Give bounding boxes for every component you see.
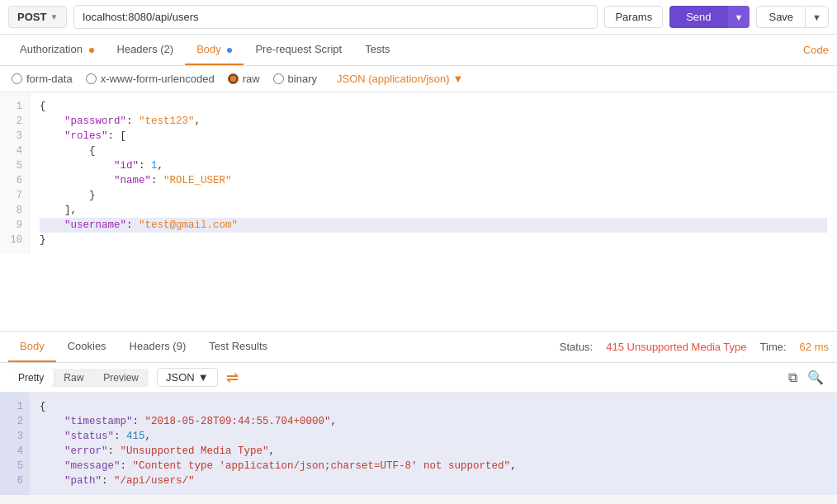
time-value: 62 ms bbox=[800, 341, 829, 353]
tab-tests[interactable]: Tests bbox=[353, 35, 401, 65]
response-line-numbers: 123456 bbox=[0, 393, 30, 495]
body-options: form-data x-www-form-urlencoded raw bina… bbox=[0, 66, 837, 92]
send-button[interactable]: Send bbox=[669, 6, 727, 28]
request-editor: 12345 678910 { "password": "test123", "r… bbox=[0, 92, 837, 332]
format-tabs: Pretty Raw Preview bbox=[8, 369, 149, 387]
tab-authorization-label: Authorization bbox=[20, 43, 83, 55]
authorization-dot bbox=[89, 48, 94, 53]
send-chevron-icon[interactable]: ▼ bbox=[728, 6, 750, 28]
tab-body[interactable]: Body bbox=[185, 35, 244, 65]
resp-tab-headers[interactable]: Headers (9) bbox=[118, 332, 198, 362]
time-label: Time: bbox=[760, 341, 787, 353]
tab-authorization[interactable]: Authorization bbox=[8, 35, 106, 65]
save-btn-group: Save ▼ bbox=[756, 6, 829, 28]
resp-tab-test-results-label: Test Results bbox=[209, 340, 267, 352]
resp-tab-body-label: Body bbox=[20, 340, 45, 352]
response-code-lines: { "timestamp": "2018-05-28T09:44:55.704+… bbox=[30, 393, 837, 495]
resp-tab-cookies-label: Cookies bbox=[68, 340, 106, 352]
params-button[interactable]: Params bbox=[604, 6, 663, 28]
save-chevron-icon[interactable]: ▼ bbox=[805, 6, 829, 28]
search-icon[interactable]: 🔍 bbox=[802, 368, 829, 387]
tab-prerequest-label: Pre-request Script bbox=[255, 43, 342, 55]
save-button[interactable]: Save bbox=[756, 6, 805, 28]
json-format-select[interactable]: JSON (application/json) ▼ bbox=[337, 73, 463, 85]
binary-label: binary bbox=[288, 73, 317, 85]
tab-headers-label: Headers (2) bbox=[117, 43, 174, 55]
status-label: Status: bbox=[560, 341, 593, 353]
json-resp-chevron-icon: ▼ bbox=[198, 371, 209, 384]
response-tabs: Body Cookies Headers (9) Test Results St… bbox=[0, 332, 837, 363]
status-value: 415 Unsupported Media Type bbox=[606, 341, 746, 353]
resp-tab-body[interactable]: Body bbox=[8, 332, 56, 362]
resp-tab-headers-label: Headers (9) bbox=[130, 340, 187, 352]
form-data-option[interactable]: form-data bbox=[12, 73, 73, 85]
request-tabs: Authorization Headers (2) Body Pre-reque… bbox=[0, 35, 837, 66]
json-format-chevron-icon: ▼ bbox=[453, 73, 464, 85]
tab-prerequest[interactable]: Pre-request Script bbox=[244, 35, 353, 65]
raw-option[interactable]: raw bbox=[228, 73, 260, 85]
resp-tab-cookies[interactable]: Cookies bbox=[56, 332, 118, 362]
resp-tab-test-results[interactable]: Test Results bbox=[197, 332, 279, 362]
response-toolbar: Pretty Raw Preview JSON ▼ ⇌ ⧉ 🔍 bbox=[0, 363, 837, 393]
tab-tests-label: Tests bbox=[365, 43, 390, 55]
format-preview[interactable]: Preview bbox=[93, 369, 149, 387]
method-chevron-icon: ▼ bbox=[50, 12, 58, 21]
urlencoded-option[interactable]: x-www-form-urlencoded bbox=[86, 73, 215, 85]
status-area: Status: 415 Unsupported Media Type Time:… bbox=[560, 341, 829, 353]
wrap-icon[interactable]: ⇌ bbox=[226, 369, 239, 387]
request-code-lines[interactable]: { "password": "test123", "roles": [ { "i… bbox=[30, 92, 837, 254]
code-link[interactable]: Code bbox=[803, 44, 829, 56]
tab-body-label: Body bbox=[196, 43, 221, 55]
response-section: Body Cookies Headers (9) Test Results St… bbox=[0, 332, 837, 495]
json-format-label: JSON (application/json) bbox=[337, 73, 450, 85]
json-resp-select[interactable]: JSON ▼ bbox=[157, 368, 218, 387]
raw-label: raw bbox=[243, 73, 260, 85]
url-input[interactable] bbox=[73, 5, 598, 29]
tab-headers[interactable]: Headers (2) bbox=[106, 35, 186, 65]
response-body: 123456 { "timestamp": "2018-05-28T09:44:… bbox=[0, 393, 837, 495]
copy-icon[interactable]: ⧉ bbox=[783, 369, 802, 387]
format-raw[interactable]: Raw bbox=[54, 369, 93, 387]
send-btn-group: Send ▼ bbox=[669, 6, 750, 28]
method-select[interactable]: POST ▼ bbox=[8, 6, 67, 28]
body-dot bbox=[227, 48, 232, 53]
form-data-label: form-data bbox=[26, 73, 73, 85]
urlencoded-label: x-www-form-urlencoded bbox=[101, 73, 215, 85]
top-bar: POST ▼ Params Send ▼ Save ▼ bbox=[0, 0, 837, 35]
request-line-numbers: 12345 678910 bbox=[0, 92, 30, 254]
method-label: POST bbox=[17, 11, 46, 23]
binary-option[interactable]: binary bbox=[273, 73, 317, 85]
format-pretty[interactable]: Pretty bbox=[8, 369, 54, 387]
json-resp-label: JSON bbox=[166, 371, 195, 384]
